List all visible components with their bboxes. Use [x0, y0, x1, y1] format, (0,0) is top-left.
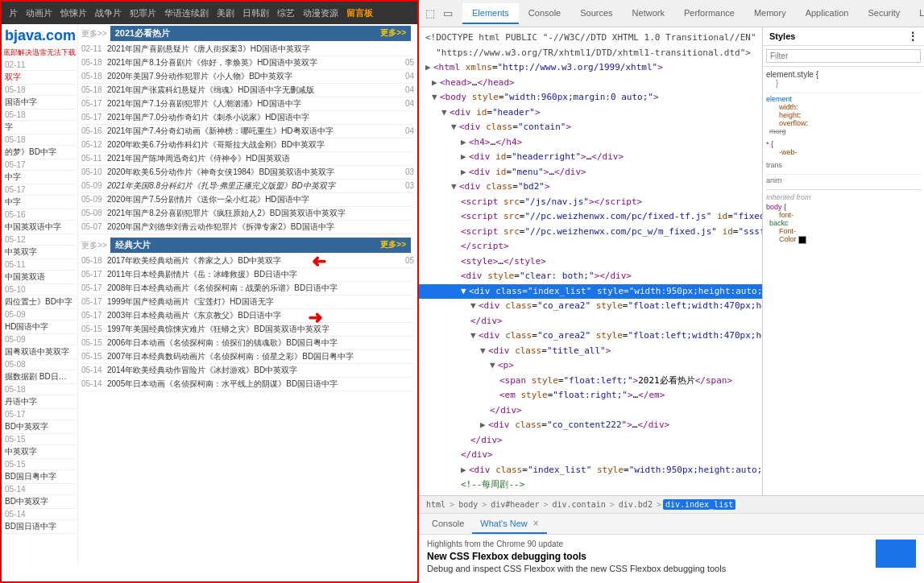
left-title-7[interactable]: 中国英双语中字 [3, 221, 76, 234]
console-content: Highlights from the Chrome 90 update New… [419, 535, 924, 583]
dom-line-doctype[interactable]: <!DOCTYPE html PUBLIC "-//W3C//DTD XHTML… [419, 31, 762, 46]
left-title-11[interactable]: HD国语中字 [3, 320, 76, 334]
left-title-9[interactable]: 中国英双语 [3, 271, 76, 284]
dom-line-div-header[interactable]: ▼<div id="header"> [419, 105, 762, 121]
dom-line-co-content[interactable]: ▶<div class="co_content222">…</div> [419, 418, 762, 433]
left-title-6[interactable]: 中字 [3, 196, 76, 209]
dom-line-doctype2[interactable]: "https://www.w3.org/TR/xhtml1/DTD/xhtml1… [419, 46, 762, 61]
styles-more-icon[interactable]: ⋮ [908, 31, 918, 42]
more-link-left-2[interactable]: 更多>> [81, 240, 107, 251]
new-css-title: New CSS Flexbox debugging tools [427, 551, 871, 562]
console-tab-console[interactable]: Console [424, 515, 472, 533]
dom-line-index-list-selected[interactable]: ▼<div class="index_list" style="width:95… [419, 284, 762, 300]
left-date-5: 05-17 [3, 159, 76, 171]
dom-line-head[interactable]: ▶<head>…</head> [419, 76, 762, 91]
left-title-12[interactable]: 国粤双语中英双字 [3, 345, 76, 359]
left-title-10[interactable]: 四位置士》BD中字 [3, 296, 76, 309]
dom-line-co-area2-2[interactable]: ▼<div class="co_area2" style="float:left… [419, 329, 762, 344]
dom-line-title-all[interactable]: ▼<div class="title_all"> [419, 344, 762, 359]
left-title-s6[interactable]: BD中英双字 [3, 495, 76, 509]
mobile-icon[interactable]: ▭ [441, 7, 454, 20]
dom-line-menu[interactable]: ▶<div id="menu">…</div> [419, 165, 762, 180]
dom-line-style[interactable]: <style>…</style> [419, 254, 762, 270]
left-title-s7[interactable]: BD国日语中字 [3, 520, 76, 534]
dom-line-co-area2-1[interactable]: ▼<div class="co_area2" style="float:left… [419, 299, 762, 314]
tab-sources[interactable]: Sources [570, 3, 622, 24]
dom-line-headerright[interactable]: ▶<div id="headerright">…</div> [419, 150, 762, 165]
console-tab-whatsnew[interactable]: What's New × [472, 515, 546, 534]
dom-line-div-end3[interactable]: </div> [419, 448, 762, 463]
more-link-left[interactable]: 更多>> [81, 28, 107, 39]
bc-body[interactable]: body [456, 499, 480, 510]
left-date-8: 05-12 [3, 234, 76, 246]
left-title-4[interactable]: 的梦》BD中字 [3, 146, 76, 159]
section1-more[interactable]: 更多>> [380, 27, 406, 39]
dom-line-div-end2[interactable]: </div> [419, 433, 762, 449]
cursor-icon[interactable]: ⬚ [424, 7, 437, 20]
left-title-13[interactable]: 掘数据剧 BD日语中字 [3, 370, 76, 384]
dom-line-h4[interactable]: ▶<h4>…</h4> [419, 135, 762, 151]
tab-application[interactable]: Application [796, 3, 859, 24]
download-link[interactable]: 底部解决迅雷无法下载 [3, 46, 76, 60]
list-item: 05-07 2020年国产刘德华刘青云动作犯罪片《拆弹专家2》BD国语中字 [81, 221, 414, 234]
left-title-s4[interactable]: 中英双字 [3, 445, 76, 459]
left-title-5[interactable]: 中字 [3, 171, 76, 184]
nav-item-5[interactable]: 犯罪片 [126, 2, 160, 24]
nav-item-9[interactable]: 综艺 [273, 2, 299, 24]
dom-line-script-close[interactable]: </script> [419, 239, 762, 254]
dom-line-script3[interactable]: <script src="//pc.weizhenwx.com/pc_w/m_f… [419, 225, 762, 240]
dom-line-comment[interactable]: <!--每周剧--> [419, 478, 762, 493]
left-title-s5[interactable]: BD国日粤中字 [3, 470, 76, 484]
nav-item-7[interactable]: 美剧 [213, 2, 238, 24]
css-flexbox-preview [876, 540, 916, 568]
dom-line-html[interactable]: ▶<html xmlns="http://www.w3.org/1999/xht… [419, 60, 762, 76]
dom-content[interactable]: <!DOCTYPE html PUBLIC "-//W3C//DTD XHTML… [419, 27, 762, 495]
nav-item-11[interactable]: 留言板 [342, 2, 377, 24]
list-item: 05-09 2021年美国8.8分科幻片《扎导·弗里正播完义版盟》BD中英双字 … [81, 180, 414, 193]
left-title-s2[interactable]: BD中英双字 [3, 420, 76, 434]
left-title-1[interactable]: 双字 [3, 71, 76, 85]
nav-item-6[interactable]: 华语连续剧 [160, 2, 213, 24]
bc-index-list[interactable]: div.index_list [663, 499, 735, 510]
left-date-s5: 05-15 [3, 459, 76, 470]
list-item: 05-11 2021年国产陈坤周迅奇幻片《侍神令》HD国英双语 [81, 152, 414, 166]
nav-item-8[interactable]: 日韩剧 [238, 2, 273, 24]
color-swatch[interactable] [798, 236, 806, 244]
dom-line-body[interactable]: ▼<body style="width:960px;margin:0 auto;… [419, 90, 762, 105]
nav-item-4[interactable]: 战争片 [91, 2, 126, 24]
left-title-8[interactable]: 中英双字 [3, 246, 76, 259]
whatsnew-close[interactable]: × [533, 518, 539, 529]
dom-line-em[interactable]: <em style="float:right;">…</em> [419, 388, 762, 403]
style-rule-element: element.style { } [766, 70, 921, 88]
tab-performance[interactable]: Performance [674, 3, 744, 24]
dom-line-div-end1[interactable]: </div> [419, 403, 762, 419]
tab-network[interactable]: Network [623, 3, 674, 24]
dom-line-script2[interactable]: <script src="//pc.weizhenwx.com/pc/fixed… [419, 209, 762, 225]
dom-line-bd2[interactable]: ▼<div class="bd2"> [419, 180, 762, 195]
bc-contain[interactable]: div.contain [550, 499, 608, 510]
dom-line-index-list-2[interactable]: ▶<div class="index_list" style="width:95… [419, 463, 762, 478]
nav-item-10[interactable]: 动漫资源 [299, 2, 342, 24]
tab-elements[interactable]: Elements [462, 3, 519, 24]
dom-line-co-area2-close[interactable]: </div> [419, 314, 762, 329]
dom-line-script1[interactable]: <script src="/js/nav.js"></script> [419, 195, 762, 210]
dom-line-div-contain[interactable]: ▼<div class="contain"> [419, 120, 762, 135]
left-title-s1[interactable]: 丹语中字 [3, 395, 76, 409]
nav-item-1[interactable]: 片 [5, 2, 22, 24]
tab-security[interactable]: Security [858, 3, 909, 24]
tab-console[interactable]: Console [519, 3, 570, 24]
section2-more[interactable]: 更多>> [380, 239, 406, 251]
left-title-3[interactable]: 字 [3, 121, 76, 134]
dom-line-span-float[interactable]: <span style="float:left;">2021必看热片</span… [419, 374, 762, 389]
dom-line-clear[interactable]: <div style="clear: both;"></div> [419, 269, 762, 284]
styles-filter-input[interactable] [766, 49, 921, 63]
dom-line-p[interactable]: ▼<p> [419, 358, 762, 374]
bc-bd2[interactable]: div.bd2 [616, 499, 655, 510]
tab-lighthouse[interactable]: Lighthouse [909, 3, 924, 24]
bc-html[interactable]: html [424, 499, 448, 510]
nav-item-3[interactable]: 惊悚片 [56, 2, 91, 24]
nav-item-2[interactable]: 动画片 [22, 2, 56, 24]
bc-header[interactable]: div#header [488, 499, 541, 510]
left-title-2[interactable]: 国语中字 [3, 96, 76, 110]
tab-memory[interactable]: Memory [744, 3, 796, 24]
